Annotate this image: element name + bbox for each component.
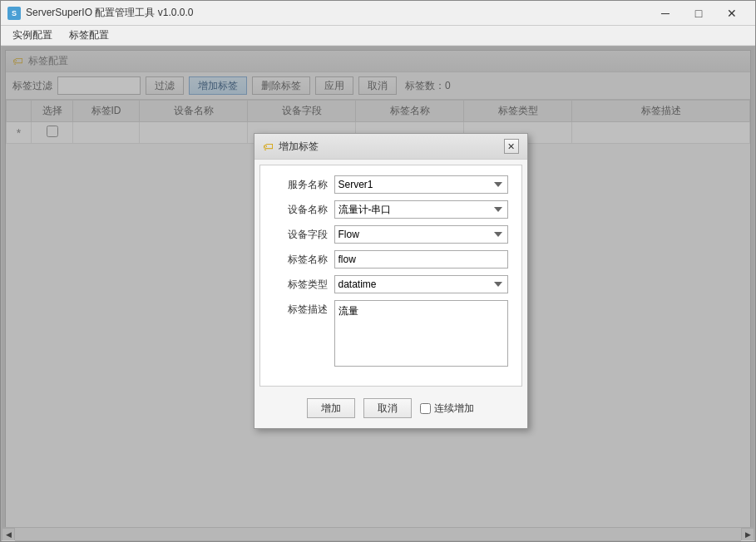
dialog-title-bar: 🏷 增加标签 ✕ xyxy=(254,134,527,160)
device-field-label: 设备字段 xyxy=(274,228,328,242)
modal-overlay: 🏷 增加标签 ✕ 服务名称 Server1 xyxy=(2,47,754,540)
app-title: ServerSuperIO 配置管理工具 v1.0.0.0 xyxy=(26,6,193,20)
tag-desc-row: 标签描述 流量 xyxy=(274,300,508,369)
menu-instance-config[interactable]: 实例配置 xyxy=(4,27,61,44)
dialog-title-text: 增加标签 xyxy=(279,140,319,154)
device-field-row: 设备字段 Flow xyxy=(274,225,508,244)
tag-type-row: 标签类型 datatime xyxy=(274,275,508,293)
dialog-cancel-button[interactable]: 取消 xyxy=(363,398,412,418)
menu-bar: 实例配置 标签配置 xyxy=(1,26,755,46)
tag-type-control: datatime xyxy=(334,275,508,293)
minimize-button[interactable]: ─ xyxy=(649,1,682,26)
dialog-close-button[interactable]: ✕ xyxy=(504,139,519,154)
continuous-add-row: 连续增加 xyxy=(420,402,474,416)
service-name-row: 服务名称 Server1 xyxy=(274,175,508,194)
service-name-label: 服务名称 xyxy=(274,178,328,192)
tag-name-control xyxy=(334,250,508,269)
device-name-control: 流量计-串口 xyxy=(334,200,508,219)
device-name-select[interactable]: 流量计-串口 xyxy=(334,200,508,219)
window-controls: ─ □ ✕ xyxy=(649,1,749,26)
continuous-add-checkbox[interactable] xyxy=(420,403,431,414)
continuous-add-label[interactable]: 连续增加 xyxy=(434,402,474,416)
tag-type-select[interactable]: datatime xyxy=(334,275,508,293)
dialog-title-icon: 🏷 xyxy=(263,140,274,153)
device-name-label: 设备名称 xyxy=(274,203,328,217)
maximize-button[interactable]: □ xyxy=(682,1,715,26)
tag-name-input[interactable] xyxy=(334,250,508,269)
tag-desc-textarea[interactable]: 流量 xyxy=(334,300,508,367)
tag-desc-control: 流量 xyxy=(334,300,508,369)
device-field-select[interactable]: Flow xyxy=(334,225,508,244)
main-area: 🏷 标签配置 标签过滤 过滤 增加标签 删除标签 应用 取消 标签数：0 xyxy=(1,46,755,541)
dialog-body: 服务名称 Server1 设备名称 流量计-串口 xyxy=(259,165,522,387)
tag-desc-label: 标签描述 xyxy=(274,303,328,317)
device-field-control: Flow xyxy=(334,225,508,244)
add-tag-dialog: 🏷 增加标签 ✕ 服务名称 Server1 xyxy=(254,133,528,429)
service-name-control: Server1 xyxy=(334,175,508,194)
dialog-add-button[interactable]: 增加 xyxy=(307,398,355,418)
tag-name-row: 标签名称 xyxy=(274,250,508,269)
tag-name-label: 标签名称 xyxy=(274,253,328,267)
device-name-row: 设备名称 流量计-串口 xyxy=(274,200,508,219)
service-name-select[interactable]: Server1 xyxy=(334,175,508,194)
app-icon: S xyxy=(7,7,21,20)
app-window: S ServerSuperIO 配置管理工具 v1.0.0.0 ─ □ ✕ 实例… xyxy=(0,0,756,542)
title-bar: S ServerSuperIO 配置管理工具 v1.0.0.0 ─ □ ✕ xyxy=(1,1,755,26)
dialog-footer: 增加 取消 连续增加 xyxy=(254,392,527,428)
dialog-title-left: 🏷 增加标签 xyxy=(263,140,319,154)
menu-tag-config[interactable]: 标签配置 xyxy=(61,27,117,44)
close-button[interactable]: ✕ xyxy=(715,1,749,26)
tag-type-label: 标签类型 xyxy=(274,278,328,292)
title-bar-left: S ServerSuperIO 配置管理工具 v1.0.0.0 xyxy=(7,6,193,20)
